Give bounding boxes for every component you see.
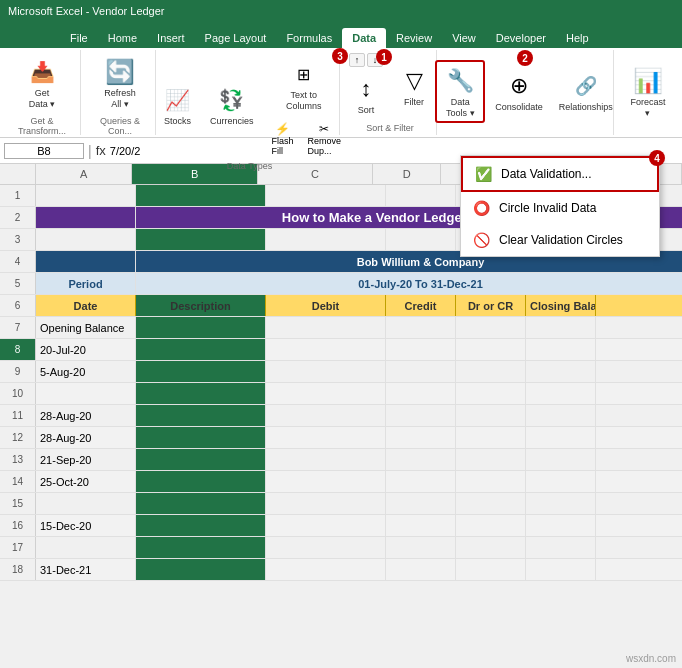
- cell-3a[interactable]: [36, 229, 136, 250]
- cell-18e[interactable]: [456, 559, 526, 580]
- data-validation-item[interactable]: 4 ✅ Data Validation...: [461, 156, 659, 192]
- cell-3d[interactable]: [386, 229, 456, 250]
- cell-9b[interactable]: [136, 361, 266, 382]
- cell-9e[interactable]: [456, 361, 526, 382]
- cell-11g[interactable]: [596, 405, 682, 426]
- cell-16d[interactable]: [386, 515, 456, 536]
- tab-data[interactable]: Data: [342, 28, 386, 48]
- cell-8g[interactable]: [596, 339, 682, 360]
- clear-validation-item[interactable]: 🚫 Clear Validation Circles: [461, 224, 659, 256]
- cell-16g[interactable]: [596, 515, 682, 536]
- cell-17b[interactable]: [136, 537, 266, 558]
- cell-14d[interactable]: [386, 471, 456, 492]
- cell-18a[interactable]: 31-Dec-21: [36, 559, 136, 580]
- cell-6g[interactable]: [596, 295, 682, 316]
- cell-11c[interactable]: [266, 405, 386, 426]
- refresh-all-button[interactable]: 🔄 RefreshAll ▾: [98, 52, 143, 114]
- cell-14a[interactable]: 25-Oct-20: [36, 471, 136, 492]
- cell-6e[interactable]: Dr or CR: [456, 295, 526, 316]
- cell-3b[interactable]: [136, 229, 266, 250]
- tab-home[interactable]: Home: [98, 28, 147, 48]
- cell-17c[interactable]: [266, 537, 386, 558]
- cell-17e[interactable]: [456, 537, 526, 558]
- cell-1d[interactable]: [386, 185, 456, 206]
- cell-3c[interactable]: [266, 229, 386, 250]
- cell-9d[interactable]: [386, 361, 456, 382]
- consolidate-button[interactable]: ⊕ Consolidate: [489, 66, 549, 117]
- cell-8c[interactable]: [266, 339, 386, 360]
- cell-6b[interactable]: Description: [136, 295, 266, 316]
- currencies-button[interactable]: 💱 Currencies: [204, 80, 260, 131]
- cell-18c[interactable]: [266, 559, 386, 580]
- cell-11b[interactable]: [136, 405, 266, 426]
- cell-16a[interactable]: 15-Dec-20: [36, 515, 136, 536]
- cell-15e[interactable]: [456, 493, 526, 514]
- cell-15f[interactable]: [526, 493, 596, 514]
- cell-5b-merged[interactable]: 01-July-20 To 31-Dec-21: [136, 273, 682, 294]
- name-box[interactable]: [4, 143, 84, 159]
- cell-7g[interactable]: [596, 317, 682, 338]
- cell-9f[interactable]: [526, 361, 596, 382]
- tab-page-layout[interactable]: Page Layout: [195, 28, 277, 48]
- cell-17g[interactable]: [596, 537, 682, 558]
- cell-13c[interactable]: [266, 449, 386, 470]
- cell-14e[interactable]: [456, 471, 526, 492]
- cell-17d[interactable]: [386, 537, 456, 558]
- cell-10g[interactable]: [596, 383, 682, 404]
- get-data-button[interactable]: 📥 GetData ▾: [20, 52, 65, 114]
- cell-14b[interactable]: [136, 471, 266, 492]
- cell-7a[interactable]: Opening Balance: [36, 317, 136, 338]
- tab-insert[interactable]: Insert: [147, 28, 195, 48]
- cell-9c[interactable]: [266, 361, 386, 382]
- cell-17a[interactable]: [36, 537, 136, 558]
- cell-17f[interactable]: [526, 537, 596, 558]
- cell-12d[interactable]: [386, 427, 456, 448]
- cell-15g[interactable]: [596, 493, 682, 514]
- tab-file[interactable]: File: [60, 28, 98, 48]
- filter-button[interactable]: ▽ Filter: [392, 61, 436, 112]
- cell-1b[interactable]: [136, 185, 266, 206]
- forecast-button[interactable]: 📊 Forecast▾: [624, 61, 671, 123]
- circle-invalid-item[interactable]: ⭕ Circle Invalid Data: [461, 192, 659, 224]
- cell-10f[interactable]: [526, 383, 596, 404]
- cell-18f[interactable]: [526, 559, 596, 580]
- cell-7f[interactable]: [526, 317, 596, 338]
- col-header-d[interactable]: D: [373, 164, 441, 184]
- cell-12c[interactable]: [266, 427, 386, 448]
- cell-7e[interactable]: [456, 317, 526, 338]
- cell-13g[interactable]: [596, 449, 682, 470]
- cell-7b[interactable]: [136, 317, 266, 338]
- cell-15d[interactable]: [386, 493, 456, 514]
- cell-13a[interactable]: 21-Sep-20: [36, 449, 136, 470]
- cell-14g[interactable]: [596, 471, 682, 492]
- cell-11e[interactable]: [456, 405, 526, 426]
- cell-18b[interactable]: [136, 559, 266, 580]
- col-header-c[interactable]: C: [258, 164, 374, 184]
- cell-16e[interactable]: [456, 515, 526, 536]
- tab-formulas[interactable]: Formulas: [276, 28, 342, 48]
- cell-12b[interactable]: [136, 427, 266, 448]
- cell-6c[interactable]: Debit: [266, 295, 386, 316]
- tab-help[interactable]: Help: [556, 28, 599, 48]
- cell-12a[interactable]: 28-Aug-20: [36, 427, 136, 448]
- cell-4a[interactable]: [36, 251, 136, 272]
- cell-16c[interactable]: [266, 515, 386, 536]
- cell-9a[interactable]: 5-Aug-20: [36, 361, 136, 382]
- cell-15c[interactable]: [266, 493, 386, 514]
- cell-10b[interactable]: [136, 383, 266, 404]
- cell-6f[interactable]: Closing Balance: [526, 295, 596, 316]
- sort-asc-btn[interactable]: ↑: [349, 53, 365, 67]
- cell-16b[interactable]: [136, 515, 266, 536]
- cell-15b[interactable]: [136, 493, 266, 514]
- cell-18g[interactable]: [596, 559, 682, 580]
- cell-14f[interactable]: [526, 471, 596, 492]
- cell-7d[interactable]: [386, 317, 456, 338]
- cell-1c[interactable]: [266, 185, 386, 206]
- cell-10c[interactable]: [266, 383, 386, 404]
- text-to-columns-button[interactable]: ⊞ Text toColumns: [264, 54, 345, 116]
- cell-13f[interactable]: [526, 449, 596, 470]
- tab-view[interactable]: View: [442, 28, 486, 48]
- cell-13d[interactable]: [386, 449, 456, 470]
- cell-5a[interactable]: Period: [36, 273, 136, 294]
- cell-10e[interactable]: [456, 383, 526, 404]
